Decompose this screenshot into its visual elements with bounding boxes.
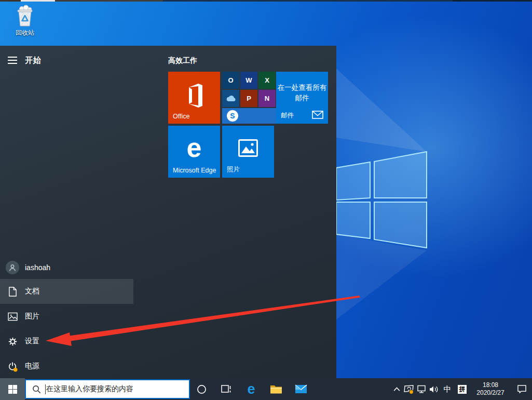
- ime-mode-indicator[interactable]: 拼: [458, 385, 467, 394]
- tile-office[interactable]: Office: [168, 72, 220, 124]
- pictures-icon: [8, 312, 18, 321]
- system-tray: 中 拼 18:08 2020/2/27: [390, 378, 532, 400]
- sidebar-item-settings[interactable]: 设置: [0, 329, 133, 354]
- speaker-icon: [429, 385, 439, 394]
- edge-logo-icon: e: [168, 133, 220, 162]
- sidebar-item-user[interactable]: iashoah: [0, 256, 133, 279]
- desktop-screen: 回收站 开始 iashoah: [0, 0, 532, 400]
- notification-icon: [517, 384, 527, 394]
- tile-office-label: Office: [173, 113, 189, 120]
- mail-envelope-icon: [312, 111, 323, 119]
- start-menu: 开始 iashoah 文档: [0, 46, 336, 378]
- hamburger-icon: [7, 56, 18, 64]
- tile-folder-group[interactable]: O W X P N S: [222, 72, 276, 124]
- tray-update-restart-icon[interactable]: [403, 378, 415, 400]
- tiles-section-header: 高效工作: [168, 56, 197, 65]
- tile-powerpoint[interactable]: P: [240, 90, 257, 107]
- mail-taskbar-icon: [295, 384, 307, 394]
- mail-tile-text-line1: 在一处查看所有: [276, 83, 328, 92]
- excel-icon: X: [265, 76, 269, 84]
- windows-start-icon: [8, 385, 17, 394]
- power-update-dot: [13, 367, 17, 371]
- clock-time: 18:08: [470, 381, 511, 389]
- mail-tile-text-line2: 邮件: [276, 94, 328, 103]
- sidebar-settings-label: 设置: [25, 337, 39, 346]
- user-icon: [8, 263, 17, 272]
- search-icon: [32, 385, 41, 394]
- office-logo-icon: [183, 83, 206, 108]
- avatar: [6, 261, 19, 274]
- tile-skype[interactable]: S: [222, 108, 276, 124]
- edge-taskbar-button[interactable]: e: [240, 378, 263, 400]
- taskbar-search-input[interactable]: 在这里输入你要搜索的内容: [25, 379, 190, 399]
- file-explorer-button[interactable]: [265, 378, 288, 400]
- tray-volume-icon[interactable]: [428, 378, 440, 400]
- tile-excel[interactable]: X: [258, 72, 276, 89]
- tile-word[interactable]: W: [240, 72, 257, 89]
- recycle-bin-icon: [13, 4, 36, 28]
- task-view-button[interactable]: [215, 378, 238, 400]
- start-button[interactable]: [0, 378, 25, 400]
- tile-mail[interactable]: 在一处查看所有 邮件 邮件: [276, 72, 328, 124]
- ime-language-indicator[interactable]: 中: [440, 384, 455, 394]
- sidebar-power-label: 电源: [25, 362, 39, 371]
- mail-taskbar-button[interactable]: [290, 378, 312, 400]
- powerpoint-icon: P: [247, 95, 251, 102]
- tray-hidden-icons-chevron[interactable]: [390, 378, 403, 400]
- tile-onedrive[interactable]: [222, 90, 239, 107]
- tile-outlook[interactable]: O: [222, 72, 239, 89]
- recycle-bin-label: 回收站: [6, 29, 44, 37]
- onenote-icon: N: [265, 95, 269, 102]
- file-explorer-icon: [270, 384, 282, 394]
- start-menu-title: 开始: [25, 56, 42, 65]
- action-center-button[interactable]: [511, 378, 532, 400]
- search-placeholder-text: 在这里输入你要搜索的内容: [46, 384, 133, 394]
- tile-onenote[interactable]: N: [258, 90, 276, 107]
- sidebar-item-pictures[interactable]: 图片: [0, 304, 133, 329]
- task-view-icon: [221, 384, 232, 394]
- start-menu-header: 开始: [0, 53, 42, 68]
- gear-icon: [8, 337, 18, 346]
- cortana-button[interactable]: [190, 378, 213, 400]
- tile-mail-label: 邮件: [281, 111, 294, 120]
- skype-icon: S: [227, 110, 238, 122]
- chevron-up-icon: [393, 387, 400, 391]
- onedrive-cloud-icon: [226, 95, 236, 102]
- text-caret: [45, 384, 46, 394]
- document-icon: [8, 287, 17, 297]
- recycle-bin[interactable]: 回收站: [6, 4, 44, 37]
- cortana-circle-icon: [197, 384, 207, 394]
- tile-edge[interactable]: e Microsoft Edge: [168, 126, 220, 178]
- taskbar-clock[interactable]: 18:08 2020/2/27: [470, 381, 511, 397]
- tile-photos[interactable]: 照片: [222, 126, 274, 178]
- outlook-icon: O: [228, 76, 233, 84]
- sidebar-documents-label: 文档: [25, 287, 39, 296]
- sidebar-item-power[interactable]: 电源: [0, 354, 133, 379]
- sidebar-item-documents[interactable]: 文档: [0, 279, 133, 304]
- tile-photos-label: 照片: [227, 165, 240, 174]
- photos-icon: [238, 139, 258, 157]
- ethernet-network-icon: [416, 384, 427, 394]
- monitor-refresh-icon: [403, 384, 415, 394]
- sidebar-user-label: iashoah: [25, 263, 50, 272]
- power-icon: [7, 361, 18, 372]
- clock-date: 2020/2/27: [470, 389, 511, 397]
- tray-network-icon[interactable]: [415, 378, 428, 400]
- sidebar-pictures-label: 图片: [25, 312, 39, 321]
- taskbar: 在这里输入你要搜索的内容 e: [0, 378, 532, 400]
- hamburger-menu-button[interactable]: [0, 56, 25, 64]
- word-icon: W: [245, 76, 252, 84]
- edge-taskbar-icon: e: [247, 382, 255, 396]
- tile-edge-label: Microsoft Edge: [173, 167, 216, 174]
